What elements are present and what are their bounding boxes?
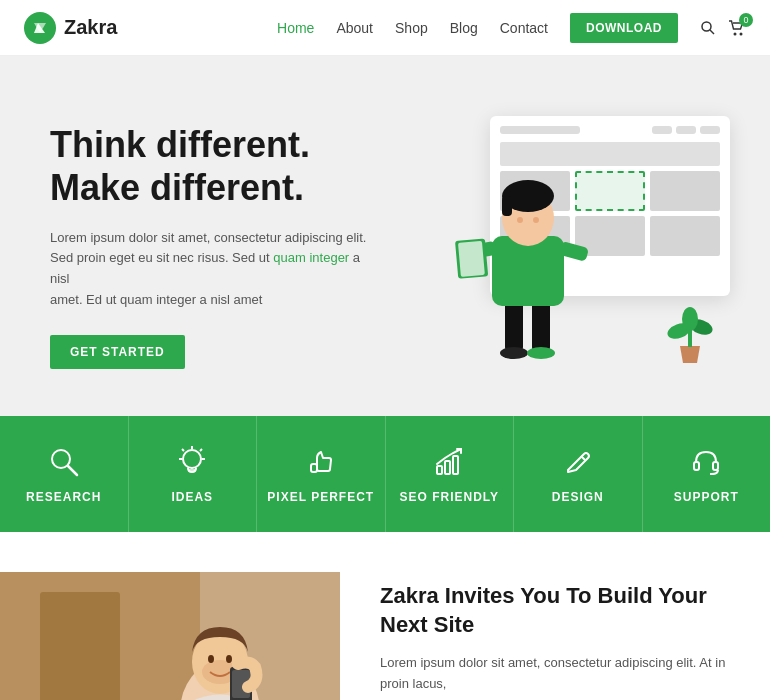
svg-point-21 bbox=[682, 307, 698, 331]
pencil-icon bbox=[560, 444, 596, 480]
svg-rect-41 bbox=[40, 592, 120, 700]
svg-point-45 bbox=[208, 655, 214, 663]
search-icon bbox=[700, 20, 716, 36]
hero-content: Think different. Make different. Lorem i… bbox=[50, 123, 380, 369]
bottom-text-area: Zakra Invites You To Build Your Next Sit… bbox=[340, 572, 770, 700]
feature-design[interactable]: DESIGN bbox=[514, 416, 643, 532]
thumbsup-icon bbox=[303, 444, 339, 480]
bottom-title: Zakra Invites You To Build Your Next Sit… bbox=[380, 582, 740, 639]
features-strip: RESEARCH IDEAS PIXEL PERFECT bbox=[0, 416, 770, 532]
hero-person bbox=[450, 146, 610, 366]
feature-ideas-label: IDEAS bbox=[171, 490, 213, 504]
logo: Zakra bbox=[24, 12, 117, 44]
svg-line-28 bbox=[182, 449, 184, 451]
nav-home[interactable]: Home bbox=[277, 20, 314, 36]
search-button[interactable] bbox=[700, 20, 716, 36]
svg-point-46 bbox=[226, 655, 232, 663]
svg-point-3 bbox=[740, 32, 743, 35]
svg-line-35 bbox=[581, 456, 585, 460]
feature-support[interactable]: SUPPORT bbox=[643, 416, 771, 532]
svg-point-24 bbox=[183, 450, 201, 468]
bottom-image bbox=[0, 572, 340, 700]
lightbulb-icon bbox=[174, 444, 210, 480]
bottom-desc: Lorem ipsum dolor sit amet, consectetur … bbox=[380, 653, 740, 700]
svg-rect-37 bbox=[713, 462, 718, 470]
feature-design-label: DESIGN bbox=[552, 490, 604, 504]
nav-shop[interactable]: Shop bbox=[395, 20, 428, 36]
logo-text: Zakra bbox=[64, 16, 117, 39]
hero-section: Think different. Make different. Lorem i… bbox=[0, 56, 770, 416]
svg-line-27 bbox=[200, 449, 202, 451]
svg-line-23 bbox=[68, 466, 77, 475]
svg-point-0 bbox=[702, 22, 711, 31]
feature-ideas[interactable]: IDEAS bbox=[129, 416, 258, 532]
nav-about[interactable]: About bbox=[336, 20, 373, 36]
cart-badge: 0 bbox=[739, 13, 753, 27]
hero-title: Think different. Make different. bbox=[50, 123, 380, 209]
svg-point-7 bbox=[527, 347, 555, 359]
svg-point-17 bbox=[533, 217, 539, 223]
feature-support-label: SUPPORT bbox=[674, 490, 739, 504]
hero-plant bbox=[665, 301, 715, 366]
svg-rect-5 bbox=[532, 301, 550, 351]
feature-pixel-label: PIXEL PERFECT bbox=[267, 490, 374, 504]
download-button[interactable]: DOWNLOAD bbox=[570, 13, 678, 43]
nav-icons: 0 bbox=[700, 19, 746, 37]
svg-rect-15 bbox=[502, 196, 512, 216]
svg-rect-36 bbox=[694, 462, 699, 470]
svg-rect-32 bbox=[437, 466, 442, 474]
header: Zakra Home About Shop Blog Contact DOWNL… bbox=[0, 0, 770, 56]
get-started-button[interactable]: GET STARTED bbox=[50, 335, 185, 369]
svg-point-2 bbox=[734, 32, 737, 35]
feature-research[interactable]: RESEARCH bbox=[0, 416, 129, 532]
svg-rect-4 bbox=[505, 301, 523, 351]
feature-seo-label: SEO FRIENDLY bbox=[399, 490, 499, 504]
svg-rect-33 bbox=[445, 461, 450, 474]
feature-seo[interactable]: SEO FRIENDLY bbox=[386, 416, 515, 532]
search-icon bbox=[46, 444, 82, 480]
logo-icon bbox=[24, 12, 56, 44]
nav-contact[interactable]: Contact bbox=[500, 20, 548, 36]
svg-point-6 bbox=[500, 347, 528, 359]
svg-rect-12 bbox=[458, 241, 485, 277]
hero-illustration bbox=[390, 106, 730, 386]
barchart-icon bbox=[431, 444, 467, 480]
svg-point-16 bbox=[517, 217, 523, 223]
bottom-section: Zakra Invites You To Build Your Next Sit… bbox=[0, 532, 770, 700]
cart-button[interactable]: 0 bbox=[728, 19, 746, 37]
headphone-icon bbox=[688, 444, 724, 480]
main-nav: Home About Shop Blog Contact DOWNLOAD 0 bbox=[277, 13, 746, 43]
svg-line-1 bbox=[710, 30, 714, 34]
feature-pixel-perfect[interactable]: PIXEL PERFECT bbox=[257, 416, 386, 532]
feature-research-label: RESEARCH bbox=[26, 490, 101, 504]
svg-rect-8 bbox=[492, 236, 564, 306]
svg-rect-34 bbox=[453, 456, 458, 474]
nav-blog[interactable]: Blog bbox=[450, 20, 478, 36]
svg-rect-31 bbox=[311, 464, 317, 472]
hero-body: Lorem ipsum dolor sit amet, consectetur … bbox=[50, 228, 380, 311]
